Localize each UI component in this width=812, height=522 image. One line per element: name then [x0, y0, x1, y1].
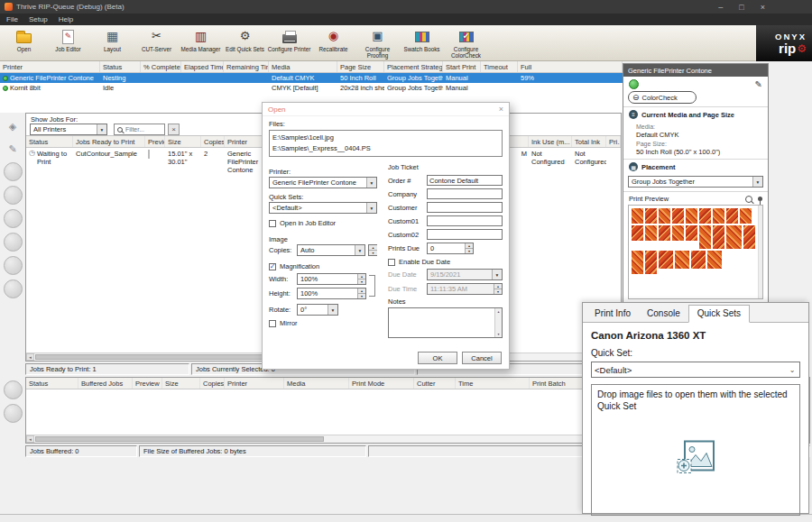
- col-page-size[interactable]: Page Size: [337, 61, 384, 72]
- menu-help[interactable]: Help: [59, 15, 73, 23]
- select-tool-icon[interactable]: ◈: [4, 117, 22, 135]
- link-dimensions-icon[interactable]: [369, 275, 375, 297]
- edit-job-tool-icon[interactable]: ✎: [4, 140, 22, 158]
- col-percent-complete[interactable]: % Complete: [141, 61, 181, 72]
- show-jobs-for-select[interactable]: All Printers ▾: [30, 124, 107, 135]
- layout-button[interactable]: ▦ Layout: [90, 27, 134, 52]
- file-item[interactable]: E:\Samples\_Express__0404.PS: [272, 143, 499, 154]
- col-media[interactable]: Media: [269, 61, 337, 72]
- width-stepper[interactable]: 100% ▴▾: [297, 273, 366, 285]
- tool-icon[interactable]: [4, 404, 23, 423]
- print-preview-canvas[interactable]: [628, 205, 763, 299]
- col-status[interactable]: Status: [100, 61, 141, 72]
- maximize-button[interactable]: □: [739, 3, 743, 12]
- tool-icon[interactable]: [4, 209, 23, 228]
- enable-due-date-checkbox[interactable]: [388, 259, 395, 266]
- printer-row-selected[interactable]: Generic FilePrinter Contone Nesting Defa…: [0, 73, 623, 83]
- tab-console[interactable]: Console: [639, 306, 688, 322]
- col-print-mode[interactable]: Print Mode: [349, 378, 414, 389]
- jobs-filter-input[interactable]: [125, 126, 160, 133]
- clear-filter-button[interactable]: ×: [168, 124, 180, 135]
- col-timeout[interactable]: Timeout: [481, 61, 518, 72]
- col-cutter[interactable]: Cutter: [414, 378, 456, 389]
- quick-set-select[interactable]: <Default> ⌄: [591, 362, 800, 378]
- menu-file[interactable]: File: [6, 15, 18, 23]
- col-elapsed-time[interactable]: Elapsed Time: [181, 61, 224, 72]
- tab-print-info[interactable]: Print Info: [586, 306, 639, 322]
- col-size[interactable]: Size: [162, 378, 200, 389]
- printer-row[interactable]: Kornit 8bit Idle CMYK [Default] 20x28 in…: [0, 83, 623, 93]
- col-buffered-jobs[interactable]: Buffered Jobs: [78, 378, 133, 389]
- order-input[interactable]: [427, 175, 503, 186]
- tool-icon[interactable]: [4, 186, 23, 205]
- configure-colorcheck-button[interactable]: ✔ Configure ColorCheck: [444, 27, 488, 59]
- copies-stepper[interactable]: ▴▾: [368, 244, 377, 256]
- col-jobs-ready[interactable]: Jobs Ready to Print: [73, 136, 145, 147]
- dialog-printer-select[interactable]: Generic FilePrinter Contone ▾: [269, 177, 377, 188]
- edit-quick-sets-button[interactable]: ⚙ Edit Quick Sets: [223, 27, 267, 52]
- edit-pencil-icon[interactable]: ✎: [755, 79, 762, 89]
- col-pri[interactable]: Pri...: [606, 136, 621, 147]
- preview-scrollbar[interactable]: [758, 206, 762, 298]
- col-printer[interactable]: Printer: [0, 61, 100, 72]
- open-button[interactable]: Open: [2, 27, 46, 52]
- tool-icon[interactable]: [4, 380, 23, 399]
- custom02-input[interactable]: [427, 229, 503, 240]
- tool-icon[interactable]: [4, 233, 23, 252]
- menu-setup[interactable]: Setup: [29, 15, 48, 23]
- col-placement-strategy[interactable]: Placement Strategy: [384, 61, 443, 72]
- col-printer[interactable]: Printer: [225, 378, 284, 389]
- col-size[interactable]: Size: [165, 136, 201, 147]
- recalibrate-button[interactable]: ◉ Recalibrate: [311, 27, 355, 52]
- tab-quick-sets[interactable]: Quick Sets: [688, 305, 750, 323]
- company-input[interactable]: [427, 188, 503, 199]
- col-status[interactable]: Status: [26, 136, 73, 147]
- col-time[interactable]: Time: [456, 378, 530, 389]
- col-media[interactable]: Media: [284, 378, 349, 389]
- col-status[interactable]: Status: [26, 378, 78, 389]
- file-item[interactable]: E:\Samples\1cell.jpg: [272, 133, 499, 143]
- pin-icon[interactable]: [758, 197, 762, 201]
- col-full[interactable]: Full: [518, 61, 623, 72]
- scrollbar-thumb[interactable]: [35, 354, 270, 360]
- swatch-books-button[interactable]: Swatch Books: [400, 27, 444, 52]
- col-total-ink[interactable]: Total Ink: [572, 136, 606, 147]
- dialog-quick-sets-select[interactable]: <Default> ▾: [269, 202, 377, 214]
- scroll-left-icon[interactable]: ◂: [26, 353, 34, 361]
- col-remaining-time[interactable]: Remaining Time: [224, 61, 269, 72]
- magnification-checkbox[interactable]: ✓: [269, 263, 276, 270]
- cancel-button[interactable]: Cancel: [462, 352, 502, 364]
- zoom-icon[interactable]: [745, 196, 752, 203]
- colorcheck-button[interactable]: ⊖ ColorCheck: [628, 91, 697, 104]
- copies-select[interactable]: Auto ▾: [297, 244, 365, 256]
- col-copies[interactable]: Copies: [201, 136, 225, 147]
- height-stepper[interactable]: 100% ▴▾: [297, 288, 366, 299]
- media-manager-button[interactable]: ▥ Media Manager: [179, 27, 223, 52]
- col-ink-use[interactable]: Ink Use (m...: [529, 136, 572, 147]
- tool-icon[interactable]: [4, 256, 23, 275]
- close-button[interactable]: ×: [761, 3, 765, 12]
- quick-set-drop-area[interactable]: Drop image files to open them with the s…: [591, 384, 800, 516]
- open-in-job-editor-checkbox[interactable]: [269, 220, 276, 227]
- prints-due-stepper[interactable]: 0 ▴▾: [427, 243, 474, 254]
- configure-proofing-button[interactable]: ▣ Configure Proofing: [355, 27, 400, 59]
- tool-icon[interactable]: [4, 279, 23, 298]
- configure-printer-button[interactable]: Configure Printer: [267, 27, 311, 52]
- notes-scrollbar[interactable]: ▴▾: [494, 308, 502, 337]
- tool-icon[interactable]: [4, 162, 23, 181]
- placement-select[interactable]: Group Jobs Together ▾: [628, 176, 763, 188]
- dialog-close-icon[interactable]: ×: [499, 105, 503, 114]
- job-editor-button[interactable]: ✎ Job Editor: [46, 27, 90, 52]
- scroll-left-icon[interactable]: ◂: [26, 435, 34, 443]
- ok-button[interactable]: OK: [418, 352, 457, 364]
- rotate-select[interactable]: 0° ▾: [297, 304, 338, 316]
- customer-input[interactable]: [427, 202, 503, 213]
- notes-textarea[interactable]: ▴▾: [388, 307, 503, 338]
- mirror-checkbox[interactable]: [269, 320, 276, 327]
- col-preview[interactable]: Preview: [145, 136, 165, 147]
- files-list[interactable]: E:\Samples\1cell.jpg E:\Samples\_Express…: [269, 130, 503, 157]
- col-preview[interactable]: Preview: [133, 378, 162, 389]
- cut-server-button[interactable]: ✂ CUT-Server: [134, 27, 179, 52]
- col-copies[interactable]: Copies: [200, 378, 225, 389]
- custom01-input[interactable]: [427, 215, 503, 226]
